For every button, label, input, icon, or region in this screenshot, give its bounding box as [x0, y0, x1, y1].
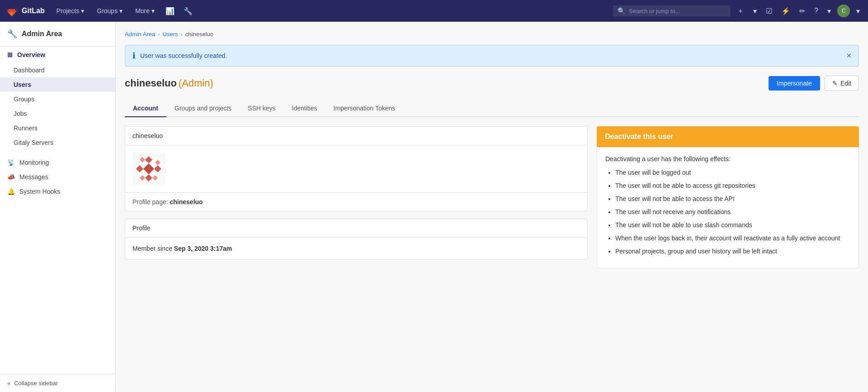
breadcrumb-sep-1: ›	[158, 31, 160, 38]
tab-impersonation-tokens[interactable]: Impersonation Tokens	[326, 100, 404, 117]
tab-groups-projects[interactable]: Groups and projects	[166, 100, 240, 117]
issues-icon[interactable]: ✏	[797, 7, 808, 15]
tab-ssh-keys[interactable]: SSH keys	[240, 100, 283, 117]
sidebar-item-dashboard[interactable]: Dashboard	[0, 63, 115, 77]
deactivate-effect-5: The user will not be able to use slash c…	[615, 220, 850, 230]
success-alert: ℹ User was successfully created. ×	[125, 45, 859, 67]
todo-icon[interactable]: ☑	[763, 7, 775, 15]
alert-message: User was successfully created.	[140, 52, 227, 59]
sidebar-item-overview[interactable]: ⊞ Overview	[0, 47, 115, 63]
deactivate-header: Deactivate this user	[597, 126, 859, 147]
collapse-sidebar-button[interactable]: « Collapse sidebar	[0, 374, 115, 392]
breadcrumb: Admin Area › Users › chineseluo	[125, 31, 859, 38]
deactivate-effects-list: The user will be logged out The user wil…	[605, 168, 850, 256]
search-icon: 🔍	[618, 7, 625, 14]
breadcrumb-sep-2: ›	[181, 31, 183, 38]
profile-page-row: Profile page: chineseluo	[125, 192, 587, 211]
sidebar-header: 🔧 Admin Area	[0, 22, 115, 47]
user-actions: Impersonate ✎ Edit	[769, 76, 859, 91]
bar-chart-icon[interactable]: 📊	[163, 7, 177, 15]
tab-account[interactable]: Account	[125, 100, 166, 117]
wrench-icon[interactable]: 🔧	[181, 7, 195, 15]
wrench-icon: 🔧	[7, 29, 17, 39]
hooks-icon: 🔔	[7, 188, 15, 195]
topnav: GitLab Projects ▾ Groups ▾ More ▾ 📊 🔧 🔍 …	[0, 0, 868, 22]
chevron-down-icon[interactable]: ▾	[750, 7, 760, 15]
member-since-label: Member since	[132, 245, 172, 252]
sidebar-item-users[interactable]: Users	[0, 77, 115, 92]
profile-card-body: Member since Sep 3, 2020 3:17am	[125, 238, 587, 259]
profile-card-header: Profile	[125, 219, 587, 238]
content-left: chineseluo	[125, 126, 588, 268]
impersonate-button[interactable]: Impersonate	[769, 76, 820, 91]
user-role: (Admin)	[179, 77, 213, 89]
help-icon[interactable]: ?	[811, 7, 821, 15]
chevron-down-icon: ▾	[119, 7, 123, 14]
search-bar[interactable]: 🔍	[613, 5, 731, 16]
profile-page-link[interactable]: chineseluo	[170, 198, 203, 206]
sidebar-item-groups[interactable]: Groups	[0, 92, 115, 106]
user-title-row: chineseluo (Admin) Impersonate ✎ Edit	[125, 76, 859, 91]
deactivate-effect-4: The user will not receive any notificati…	[615, 207, 850, 217]
help-chevron-icon[interactable]: ▾	[825, 7, 834, 15]
overview-icon: ⊞	[7, 51, 13, 58]
nav-projects[interactable]: Projects ▾	[52, 7, 89, 14]
content-right: Deactivate this user Deactivating a user…	[597, 126, 859, 268]
sidebar-item-messages[interactable]: 📣 Messages	[0, 170, 115, 184]
profile-card: Profile Member since Sep 3, 2020 3:17am	[125, 219, 588, 260]
deactivate-effect-2: The user will not be able to access git …	[615, 181, 850, 191]
sidebar-item-system-hooks[interactable]: 🔔 System Hooks	[0, 184, 115, 199]
edit-icon: ✎	[832, 80, 838, 87]
user-chevron-icon[interactable]: ▾	[854, 7, 863, 15]
sidebar-item-jobs[interactable]: Jobs	[0, 106, 115, 121]
deactivate-effect-1: The user will be logged out	[615, 168, 850, 177]
username-card: chineseluo	[125, 126, 588, 211]
deactivate-effect-3: The user will not be able to access the …	[615, 194, 850, 204]
monitoring-icon: 📡	[7, 159, 15, 166]
breadcrumb-users[interactable]: Users	[163, 31, 178, 38]
breadcrumb-current: chineseluo	[185, 31, 213, 38]
main-content: Admin Area › Users › chineseluo ℹ User w…	[116, 22, 868, 392]
gitlab-logo[interactable]: GitLab	[5, 5, 45, 17]
user-avatar-image	[132, 153, 165, 185]
sidebar-item-monitoring[interactable]: 📡 Monitoring	[0, 155, 115, 170]
info-icon: ℹ	[132, 51, 136, 61]
collapse-icon: «	[7, 380, 10, 387]
alert-close-button[interactable]: ×	[846, 51, 851, 61]
nav-groups[interactable]: Groups ▾	[92, 7, 127, 14]
merge-request-icon[interactable]: ⚡	[778, 7, 793, 15]
sidebar: 🔧 Admin Area ⊞ Overview Dashboard Users …	[0, 22, 116, 392]
gitlab-logo-text: GitLab	[22, 7, 45, 15]
user-name: chineseluo	[125, 77, 177, 89]
sidebar-item-runners[interactable]: Runners	[0, 121, 115, 135]
deactivate-body: Deactivating a user has the following ef…	[597, 147, 859, 268]
messages-icon: 📣	[7, 173, 15, 181]
user-avatar[interactable]: C	[837, 5, 850, 17]
tab-identities[interactable]: Identities	[284, 100, 326, 117]
search-input[interactable]	[629, 8, 719, 14]
sidebar-title: Admin Area	[22, 30, 62, 38]
tabs: Account Groups and projects SSH keys Ide…	[125, 100, 859, 117]
nav-more[interactable]: More ▾	[131, 7, 159, 14]
edit-button[interactable]: ✎ Edit	[825, 76, 859, 91]
user-avatar-section	[125, 145, 587, 192]
deactivate-effect-7: Personal projects, group and user histor…	[615, 247, 850, 256]
deactivate-effect-6: When the user logs back in, their accoun…	[615, 234, 850, 243]
content-grid: chineseluo	[125, 126, 859, 268]
username-card-header: chineseluo	[125, 127, 587, 145]
chevron-down-icon: ▾	[81, 7, 84, 14]
plus-icon[interactable]: ＋	[734, 6, 747, 16]
breadcrumb-admin[interactable]: Admin Area	[125, 31, 155, 38]
chevron-down-icon: ▾	[151, 7, 155, 14]
svg-text:C: C	[842, 8, 846, 14]
user-title-container: chineseluo (Admin)	[125, 77, 213, 89]
member-since-value: Sep 3, 2020 3:17am	[174, 245, 232, 252]
sidebar-item-gitaly[interactable]: Gitaly Servers	[0, 135, 115, 150]
deactivate-intro: Deactivating a user has the following ef…	[605, 155, 850, 163]
